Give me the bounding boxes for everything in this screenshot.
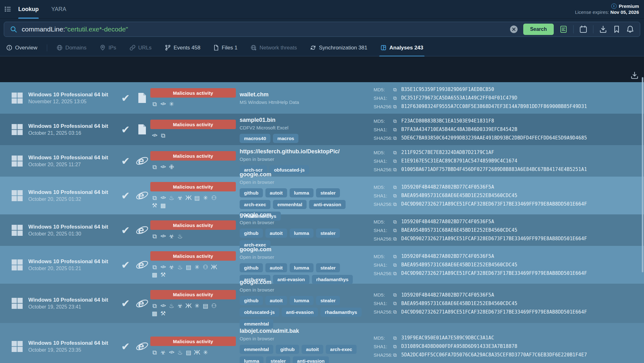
tag[interactable]: stealer [316,229,340,238]
tag[interactable]: autoit [302,345,323,354]
analysis-row[interactable]: Windows 10 Professional 64 bitOctober 20… [0,246,644,284]
object-title[interactable]: google.com [240,246,363,253]
divider [47,44,47,51]
tag[interactable]: stealer [266,356,290,363]
tab-lookup[interactable]: Lookup [18,0,39,19]
hash-value: 5DE6C7BA93850C642099DB3239AAE491BD93BC2D… [401,135,587,141]
tab-urls[interactable]: URLs [130,39,152,56]
trojan-icon: Ж [210,263,218,271]
analysis-row[interactable]: Windows 10 Professional 64 bitOctober 21… [0,114,644,145]
analysis-row[interactable]: Windows 10 Professional 64 bitOctober 20… [0,177,644,214]
query-builder-icon[interactable] [559,25,568,33]
tag[interactable]: emmenhtal [240,345,273,354]
tag[interactable]: obfuscated-js [240,308,279,317]
copy-icon[interactable]: ⧉ [393,167,401,173]
copy-icon[interactable]: ⧉ [393,104,401,110]
copy-icon[interactable]: ⧉ [393,95,401,101]
hash-value: 01005BA671ADF757BBD4F456DF027F2689D8B883… [401,167,587,172]
copy-icon[interactable]: ⧉ [393,352,401,358]
copy-icon[interactable]: ⧉ [393,127,401,133]
search-input[interactable]: commandLine:"certutil.exe*-decode" [22,26,510,33]
tag[interactable]: emmenhtal [273,200,307,209]
tab-domains[interactable]: Domains [57,39,86,56]
tab-overview[interactable]: Overview [6,39,37,56]
tag[interactable]: macros [273,134,298,143]
copy-icon[interactable]: ⧉ [393,270,401,276]
tab-synchronization-381[interactable]: Synchronization 381 [310,39,367,56]
copy-icon[interactable]: ⧉ [393,309,401,315]
copy-icon[interactable]: ⧉ [393,262,401,268]
search-button[interactable]: Search [523,24,554,35]
tag[interactable]: lumma [290,263,314,272]
tag[interactable]: anti-evasion [282,308,318,317]
clear-search-icon[interactable] [510,26,518,33]
copy-icon[interactable]: ⧉ [393,236,401,242]
tag[interactable]: stealer [316,263,340,272]
copy-icon[interactable]: ⧉ [393,227,401,233]
object-title[interactable]: google.com [240,171,363,178]
tag[interactable]: anti-evasion [293,356,329,363]
object-title[interactable]: https://lesferch.github.io/DesktopPic/ [240,148,363,155]
object-subtitle: CDFV2 Microsoft Excel [240,124,363,131]
tag[interactable]: arch-exec [326,345,357,354]
tab-ips[interactable]: IPs [100,39,116,56]
tag[interactable]: stealer [316,296,340,305]
tag[interactable]: autoit [265,263,287,272]
copy-icon[interactable]: ⧉ [393,292,401,298]
object-title[interactable]: wallet.chm [240,91,363,98]
download-icon[interactable] [599,25,607,33]
copy-icon[interactable]: ⧉ [393,335,401,341]
tag[interactable]: lumma [290,296,314,305]
tag[interactable]: lumma [290,229,314,238]
analysis-row[interactable]: Windows 10 Professional 64 bitOctober 19… [0,284,644,323]
copy-icon[interactable]: ⧉ [393,193,401,199]
tag[interactable]: lumma [290,188,314,197]
tag[interactable]: stealer [316,188,340,197]
copy-icon[interactable]: ⧉ [393,253,401,259]
hash-label: MD5: [374,335,393,341]
export-icon[interactable] [630,71,639,80]
tag[interactable]: rhadamanthys [320,308,362,317]
spy-icon: ⚇ [210,194,218,201]
tag[interactable]: arch-exec [240,200,270,209]
object-title[interactable]: google.com [240,278,363,286]
tag[interactable]: anti-evasion [309,200,346,209]
calendar-icon[interactable] [579,25,587,33]
copy-icon[interactable]: ⧉ [393,343,401,349]
tag[interactable]: github [240,188,263,197]
notifications-bell-icon[interactable] [626,25,634,33]
tag[interactable]: lumma [240,356,264,363]
object-title[interactable]: labojet.com/admit.bak [240,327,363,335]
tag[interactable]: github [240,296,263,305]
analysis-row[interactable]: Windows 10 Professional 64 bitOctober 20… [0,214,644,246]
copy-icon[interactable]: ⧉ [393,300,401,306]
object-title[interactable]: sample01.bin [240,116,363,124]
copy-icon[interactable]: ⧉ [393,219,401,225]
tag[interactable]: github [276,345,299,354]
copy-icon[interactable]: ⧉ [393,201,401,207]
copy-icon[interactable]: ⧉ [393,158,401,164]
object-title[interactable]: google.com [240,211,363,218]
bookmark-icon[interactable] [613,25,620,33]
tag[interactable]: github [240,263,263,272]
tag[interactable]: autoit [265,188,287,197]
analysis-row[interactable]: Windows 10 Professional 64 bitNovember 1… [0,82,644,114]
tab-yara[interactable]: YARA [51,0,66,19]
burst-icon: ✳ [193,302,201,309]
copy-icon[interactable]: ⧉ [393,150,401,156]
menu-icon[interactable] [4,6,11,13]
copy-icon[interactable]: ⧉ [393,87,401,93]
tag[interactable]: autoit [265,229,287,238]
tab-network-threats[interactable]: Network threats [251,39,297,56]
tab-files-1[interactable]: Files 1 [214,39,237,56]
analysis-row[interactable]: Windows 10 Professional 64 bitOctober 19… [0,323,644,363]
copy-icon[interactable]: ⧉ [393,135,401,141]
tag[interactable]: github [240,229,263,238]
copy-icon[interactable]: ⧉ [393,184,401,190]
tag[interactable]: autoit [265,296,287,305]
copy-icon[interactable]: ⧉ [393,118,401,124]
tag[interactable]: macros40 [240,134,270,143]
tab-analyses-243[interactable]: Analyses 243 [380,39,423,56]
scrollbar-thumb[interactable] [642,77,643,272]
tab-events-458[interactable]: Events 458 [165,39,200,56]
